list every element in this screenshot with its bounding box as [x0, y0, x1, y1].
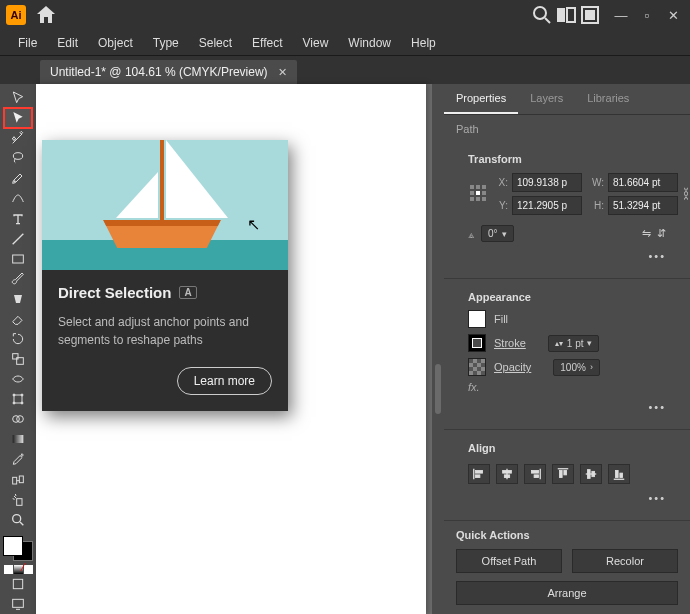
menu-edit[interactable]: Edit: [47, 32, 88, 54]
eyedropper-tool[interactable]: [4, 449, 32, 469]
eraser-tool[interactable]: [4, 309, 32, 329]
align-right-icon[interactable]: [524, 464, 546, 484]
selection-tool[interactable]: [4, 88, 32, 108]
svg-point-6: [14, 181, 15, 182]
magic-wand-tool[interactable]: [4, 128, 32, 148]
tooltip-shortcut: A: [179, 286, 196, 299]
svg-rect-18: [13, 477, 17, 484]
arrange-docs-icon[interactable]: [578, 3, 602, 27]
transform-heading: Transform: [456, 145, 678, 169]
y-input[interactable]: [512, 196, 582, 215]
w-input[interactable]: [608, 173, 678, 192]
rotate-tool[interactable]: [4, 329, 32, 349]
reference-point[interactable]: [468, 183, 490, 205]
search-icon[interactable]: [530, 3, 554, 27]
tab-libraries[interactable]: Libraries: [575, 84, 641, 114]
menu-view[interactable]: View: [293, 32, 339, 54]
menu-help[interactable]: Help: [401, 32, 446, 54]
svg-rect-28: [532, 471, 539, 474]
home-icon[interactable]: [34, 3, 58, 27]
opacity-input[interactable]: 100%›: [553, 359, 600, 376]
x-input[interactable]: [512, 173, 582, 192]
free-transform-tool[interactable]: [4, 389, 32, 409]
line-tool[interactable]: [4, 229, 32, 249]
arrange-button[interactable]: Arrange: [456, 581, 678, 605]
document-tab-row: Untitled-1* @ 104.61 % (CMYK/Preview) ✕: [0, 56, 690, 84]
tooltip-description: Select and adjust anchor points and segm…: [58, 313, 272, 349]
menu-effect[interactable]: Effect: [242, 32, 292, 54]
svg-rect-30: [560, 471, 563, 478]
svg-rect-27: [504, 475, 509, 478]
tooltip-illustration: ↖: [42, 140, 288, 270]
svg-rect-22: [13, 579, 22, 588]
stroke-swatch[interactable]: [468, 334, 486, 352]
flip-vertical-icon[interactable]: ⇵: [657, 227, 666, 240]
align-vcenter-icon[interactable]: [580, 464, 602, 484]
svg-point-12: [21, 394, 23, 396]
width-tool[interactable]: [4, 369, 32, 389]
align-more-icon[interactable]: •••: [456, 490, 678, 510]
opacity-swatch[interactable]: [468, 358, 486, 376]
zoom-tool[interactable]: [4, 510, 32, 530]
fill-label: Fill: [494, 313, 508, 325]
svg-rect-29: [534, 475, 538, 478]
minimize-button[interactable]: —: [610, 7, 632, 23]
stroke-weight-input[interactable]: ▴▾1 pt▾: [548, 335, 600, 352]
menu-window[interactable]: Window: [338, 32, 401, 54]
svg-point-16: [17, 416, 24, 423]
rectangle-tool[interactable]: [4, 249, 32, 269]
document-tab[interactable]: Untitled-1* @ 104.61 % (CMYK/Preview) ✕: [40, 60, 297, 84]
svg-rect-8: [13, 354, 18, 359]
fx-button[interactable]: fx.: [456, 379, 678, 399]
flip-horizontal-icon[interactable]: ⇋: [642, 227, 651, 240]
menu-select[interactable]: Select: [189, 32, 242, 54]
align-hcenter-icon[interactable]: [496, 464, 518, 484]
workspace-icon[interactable]: [554, 3, 578, 27]
appearance-more-icon[interactable]: •••: [456, 399, 678, 419]
align-left-icon[interactable]: [468, 464, 490, 484]
direct-selection-tool[interactable]: [4, 108, 32, 128]
menu-object[interactable]: Object: [88, 32, 143, 54]
fill-swatch[interactable]: [468, 310, 486, 328]
close-tab-icon[interactable]: ✕: [278, 66, 287, 79]
lasso-tool[interactable]: [4, 148, 32, 168]
draw-mode-tool[interactable]: [4, 574, 32, 594]
brush-tool[interactable]: [4, 269, 32, 289]
scale-tool[interactable]: [4, 349, 32, 369]
title-bar: Ai — ▫ ✕: [0, 0, 690, 30]
align-heading: Align: [456, 434, 678, 458]
tab-properties[interactable]: Properties: [444, 84, 518, 114]
blend-tool[interactable]: [4, 469, 32, 489]
curvature-tool[interactable]: [4, 188, 32, 208]
svg-point-21: [13, 514, 21, 522]
fill-stroke-swatch[interactable]: [3, 536, 33, 561]
offset-path-button[interactable]: Offset Path: [456, 549, 562, 573]
shape-builder-tool[interactable]: [4, 409, 32, 429]
color-mode-row[interactable]: ⁄: [4, 565, 33, 574]
gradient-tool[interactable]: [4, 429, 32, 449]
screen-mode-tool[interactable]: [4, 594, 32, 614]
align-top-icon[interactable]: [552, 464, 574, 484]
svg-rect-7: [13, 255, 24, 263]
opacity-label[interactable]: Opacity: [494, 361, 531, 373]
close-button[interactable]: ✕: [662, 7, 684, 23]
pen-tool[interactable]: [4, 168, 32, 188]
menu-file[interactable]: File: [8, 32, 47, 54]
h-input[interactable]: [608, 196, 678, 215]
align-bottom-icon[interactable]: [608, 464, 630, 484]
type-tool[interactable]: [4, 208, 32, 228]
shaper-tool[interactable]: [4, 289, 32, 309]
recolor-button[interactable]: Recolor: [572, 549, 678, 573]
learn-more-button[interactable]: Learn more: [177, 367, 272, 395]
menu-type[interactable]: Type: [143, 32, 189, 54]
angle-input[interactable]: 0°▾: [481, 225, 514, 242]
symbol-sprayer-tool[interactable]: [4, 490, 32, 510]
tab-layers[interactable]: Layers: [518, 84, 575, 114]
stroke-label[interactable]: Stroke: [494, 337, 526, 349]
scrollbar-vertical[interactable]: [432, 84, 444, 614]
transform-more-icon[interactable]: •••: [456, 248, 678, 268]
maximize-button[interactable]: ▫: [636, 7, 658, 23]
svg-point-5: [13, 153, 22, 160]
link-wh-icon[interactable]: ⛓: [682, 186, 690, 202]
svg-rect-17: [13, 435, 24, 443]
